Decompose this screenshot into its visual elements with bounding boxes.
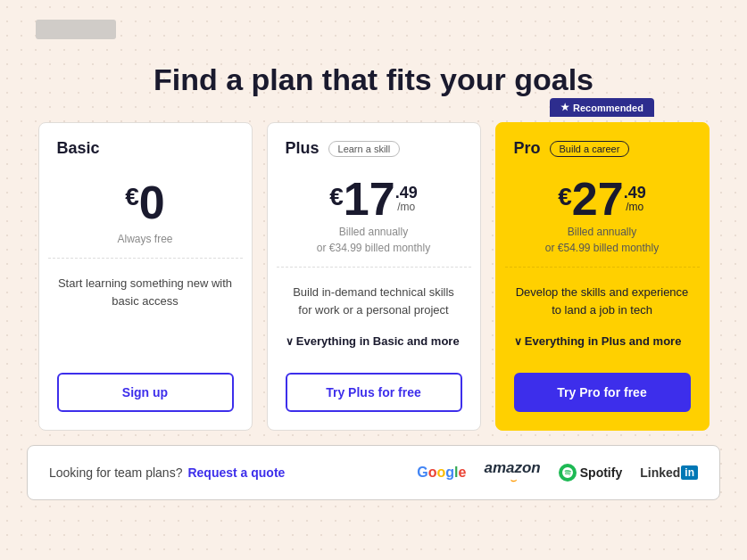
google-logo: Google — [417, 465, 466, 481]
plan-basic-cta: Sign up — [39, 360, 252, 430]
plan-plus-currency: € — [329, 183, 344, 211]
spotify-logo: Spotify — [559, 464, 622, 482]
plan-plus-features: ∨ Everything in Basic and more — [268, 334, 480, 360]
team-bar: Looking for team plans? Request a quote … — [27, 445, 720, 500]
plan-plus-per-mo: /mo — [395, 201, 418, 213]
plan-plus-header: Plus Learn a skill — [268, 123, 480, 167]
plan-pro-subtitle1: Billed annually — [523, 226, 682, 238]
plan-pro-currency: € — [558, 183, 572, 211]
plan-basic: Basic € 0 Always free Start learning som… — [38, 122, 253, 431]
plan-pro-cta: Try Pro for free — [496, 360, 709, 430]
linkedin-logo: Linkedin — [640, 465, 698, 480]
team-bar-text: Looking for team plans? — [49, 465, 182, 480]
plan-pro-decimal: .49 — [624, 185, 646, 201]
plan-pro-header: Pro Build a career — [496, 123, 709, 167]
linkedin-in-icon: in — [681, 465, 698, 480]
amazon-smile-icon: ⌣ — [510, 474, 516, 485]
plan-pro-amount: 27 — [572, 176, 624, 222]
plan-pro-per-mo: /mo — [624, 201, 646, 213]
pro-cta-button[interactable]: Try Pro for free — [514, 373, 691, 412]
plan-plus-price: € 17 .49 /mo Billed annually or €34.99 b… — [277, 167, 471, 268]
plan-plus-cta: Try Plus for free — [268, 360, 480, 430]
chevron-down-icon-pro: ∨ — [514, 335, 525, 348]
recommended-label: Recommended — [573, 103, 643, 113]
basic-signup-button[interactable]: Sign up — [57, 373, 234, 412]
plan-basic-price: € 0 Always free — [48, 167, 243, 259]
plus-cta-button[interactable]: Try Plus for free — [286, 373, 462, 412]
plan-plus-amount: 17 — [344, 176, 395, 222]
plan-pro-tag: Build a career — [550, 141, 630, 157]
plan-basic-description: Start learning something new with basic … — [39, 259, 252, 360]
plan-basic-amount: 0 — [139, 176, 165, 229]
plan-pro-price: € 27 .49 /mo Billed annually or €54.99 b… — [505, 167, 700, 268]
plans-container: Basic € 0 Always free Start learning som… — [0, 122, 747, 431]
plan-plus-subtitle2: or €34.99 billed monthly — [295, 242, 453, 254]
plan-plus-description: Build in-demand technical skills for wor… — [268, 268, 480, 334]
plan-pro-features: ∨ Everything in Plus and more — [496, 334, 709, 360]
amazon-logo: amazon ⌣ — [484, 460, 540, 485]
chevron-down-icon: ∨ — [286, 335, 296, 348]
plan-plus-tag: Learn a skill — [328, 141, 401, 157]
spotify-icon — [559, 464, 577, 482]
star-icon: ★ — [560, 102, 569, 113]
plan-pro: ★ Recommended Pro Build a career € 27 .4… — [495, 122, 710, 431]
plan-basic-currency: € — [125, 183, 139, 211]
company-logos: Google amazon ⌣ Spotify Linkedin — [311, 460, 698, 485]
plan-basic-subtitle: Always free — [66, 233, 225, 245]
plan-pro-name: Pro — [514, 139, 541, 158]
plan-plus-decimal: .49 — [395, 185, 418, 201]
plan-plus-subtitle1: Billed annually — [295, 226, 453, 238]
recommended-badge-inner: ★ Recommended — [550, 98, 654, 117]
plan-plus: Plus Learn a skill € 17 .49 /mo Billed a… — [267, 122, 481, 431]
plan-pro-description: Develop the skills and experience to lan… — [496, 268, 709, 334]
plan-pro-subtitle2: or €54.99 billed monthly — [523, 242, 682, 254]
logo — [36, 20, 116, 39]
plan-basic-header: Basic — [39, 123, 252, 167]
request-quote-link[interactable]: Request a quote — [187, 465, 285, 480]
plan-plus-name: Plus — [286, 139, 320, 158]
plan-basic-name: Basic — [57, 139, 100, 158]
recommended-badge: ★ Recommended — [496, 98, 709, 117]
